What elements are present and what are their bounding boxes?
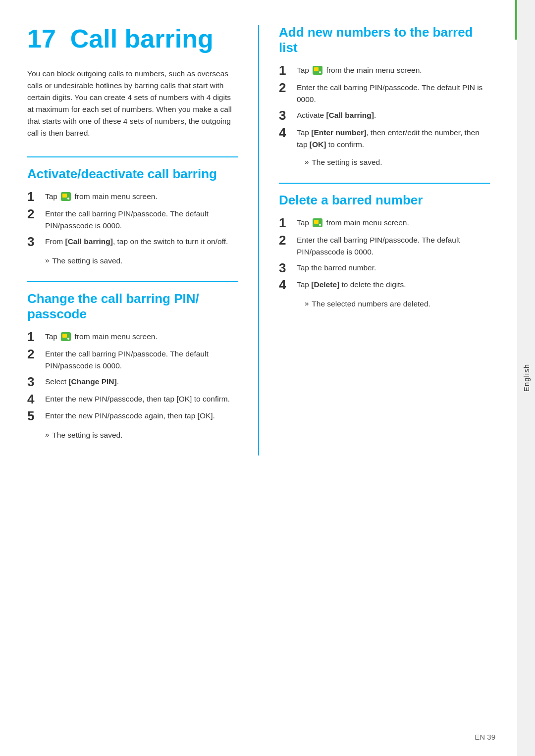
left-column: 17 Call barring You can block outgoing c…	[27, 25, 238, 455]
svg-point-2	[67, 198, 69, 200]
step-item: 5 Enter the new PIN/passcode again, then…	[27, 410, 238, 423]
section-title-change-pin: Change the call barring PIN/ passcode	[27, 291, 238, 322]
step-item: 3 Select [Change PIN].	[27, 376, 238, 389]
section-add-numbers: Add new numbers to the barred list 1 Tap…	[279, 25, 490, 168]
step-item: 4 Enter the new PIN/passcode, then tap […	[27, 393, 238, 406]
svg-rect-7	[314, 67, 319, 71]
step-item: 2 Enter the call barring PIN/passcode. T…	[27, 208, 238, 232]
main-content: 17 Call barring You can block outgoing c…	[0, 0, 517, 756]
page-number: EN 39	[475, 733, 495, 741]
step-sub-result: »The setting is saved.	[27, 427, 238, 441]
svg-rect-4	[62, 334, 67, 338]
section-delete: Delete a barred number 1 Tap from main m…	[279, 183, 490, 309]
svg-point-8	[319, 71, 321, 73]
divider-change-pin	[27, 281, 238, 282]
svg-rect-10	[314, 220, 319, 224]
step-item: 1 Tap from main menu screen.	[279, 217, 490, 230]
svg-point-11	[319, 224, 321, 226]
step-item: 2 Enter the call barring PIN/passcode. T…	[279, 82, 490, 105]
steps-change-pin: 1 Tap from main menu screen. 2 Enter the…	[27, 331, 238, 441]
chapter-title: 17 Call barring	[27, 25, 238, 53]
section-title-activate: Activate/deactivate call barring	[27, 166, 238, 182]
phone-icon	[60, 192, 71, 202]
right-column: Add new numbers to the barred list 1 Tap…	[258, 25, 490, 455]
section-activate: Activate/deactivate call barring 1 Tap f…	[27, 156, 238, 266]
two-col-layout: 17 Call barring You can block outgoing c…	[27, 25, 490, 455]
step-sub-result: »The selected numbers are deleted.	[279, 296, 490, 309]
section-title-delete: Delete a barred number	[279, 193, 490, 208]
phone-icon	[312, 218, 323, 228]
side-tab-label: English	[522, 364, 531, 392]
side-tab-bar	[515, 0, 517, 40]
phone-icon	[312, 65, 323, 75]
section-title-add: Add new numbers to the barred list	[279, 25, 490, 55]
step-sub-result: »The setting is saved.	[27, 253, 238, 266]
step-item: 2 Enter the call barring PIN/passcode. T…	[279, 234, 490, 258]
steps-activate: 1 Tap from main menu screen. 2 Enter the…	[27, 191, 238, 266]
step-item: 4 Tap [Enter number], then enter/edit th…	[279, 127, 490, 151]
step-sub-result: »The setting is saved.	[279, 154, 490, 168]
page-footer: EN 39	[475, 733, 495, 741]
step-item: 3 Tap the barred number.	[279, 262, 490, 275]
step-item: 2 Enter the call barring PIN/passcode. T…	[27, 348, 238, 372]
steps-add: 1 Tap from the main menu screen. 2 Enter…	[279, 64, 490, 168]
step-item: 3 From [Call barring], tap on the switch…	[27, 236, 238, 249]
section-change-pin: Change the call barring PIN/ passcode 1 …	[27, 281, 238, 441]
step-item: 3 Activate [Call barring].	[279, 109, 490, 123]
step-item: 1 Tap from the main menu screen.	[279, 64, 490, 78]
svg-rect-1	[62, 194, 67, 198]
phone-icon	[60, 332, 71, 342]
divider-delete	[279, 183, 490, 184]
page-container: English 17 Call barring You can block ou…	[0, 0, 535, 756]
divider-activate	[27, 156, 238, 157]
step-item: 1 Tap from main menu screen.	[27, 331, 238, 344]
intro-text: You can block outgoing calls to numbers,…	[27, 68, 238, 139]
step-item: 4 Tap [Delete] to delete the digits.	[279, 279, 490, 292]
steps-delete: 1 Tap from main menu screen. 2 Enter the…	[279, 217, 490, 309]
svg-point-5	[67, 338, 69, 340]
side-tab: English	[517, 0, 535, 756]
step-item: 1 Tap from main menu screen.	[27, 191, 238, 204]
